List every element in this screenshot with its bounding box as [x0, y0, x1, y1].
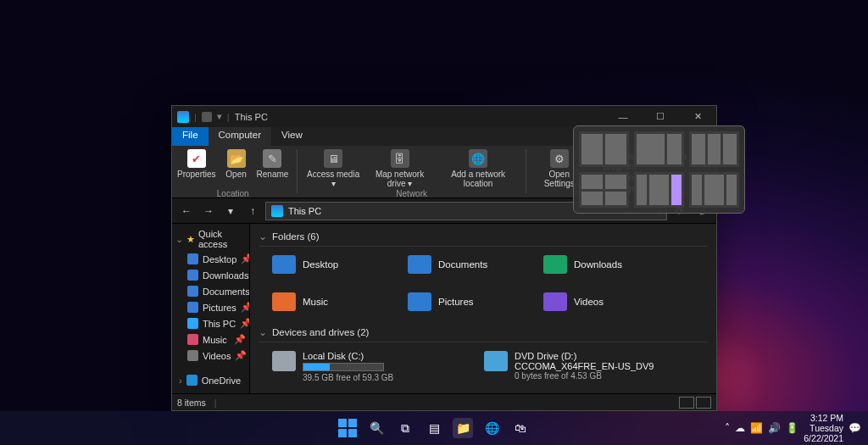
details-view-icon[interactable] [679, 397, 694, 409]
notifications-tray-icon[interactable]: 💬 [849, 422, 861, 434]
window-body: ⌄ ★ Quick access Desktop📌Downloads📌Docum… [172, 224, 716, 393]
search-button[interactable]: 🔍 [366, 418, 387, 438]
drive-sub: 0 bytes free of 4.53 GB [515, 371, 654, 381]
folder-icon [543, 255, 567, 274]
close-button[interactable]: ✕ [679, 106, 716, 127]
view-tab[interactable]: View [271, 127, 313, 146]
taskbar[interactable]: 🔍 ⧉ ▤ 📁 🌐 🛍 ˄ ☁ 📶 🔊 🔋 3:12 PM Tuesday 6/… [0, 411, 868, 445]
folder-label: Videos [574, 297, 604, 307]
drives-head-label: Devices and drives (2) [272, 327, 369, 337]
snap-layouts-flyout[interactable] [573, 125, 745, 214]
pin-icon: 📌 [241, 302, 249, 313]
snap-layout-center-wide[interactable] [634, 172, 684, 208]
add-location-label: Add a network location [439, 170, 517, 188]
star-icon: ★ [186, 234, 195, 245]
large-icons-view-icon[interactable] [696, 397, 711, 409]
drive-1[interactable]: DVD Drive (D:)CCCOMA_X64FRE_EN-US_DV90 b… [484, 351, 679, 382]
drive-label2: CCCOMA_X64FRE_EN-US_DV9 [515, 361, 654, 371]
folder-videos[interactable]: Videos [543, 292, 662, 311]
volume-tray-icon[interactable]: 🔊 [768, 422, 781, 434]
sidebar-item-pictures[interactable]: Pictures📌 [172, 299, 249, 315]
file-tab[interactable]: File [172, 127, 209, 146]
folder-icon [543, 292, 567, 311]
statusbar-separator: | [214, 398, 217, 408]
navigation-pane[interactable]: ⌄ ★ Quick access Desktop📌Downloads📌Docum… [172, 224, 250, 393]
down-arrow-icon[interactable]: ▾ [217, 111, 222, 122]
snap-layout-left-right[interactable] [579, 131, 629, 167]
back-button[interactable]: ← [177, 202, 196, 220]
task-view-button[interactable]: ⧉ [395, 418, 415, 438]
snap-layout-three-columns[interactable] [689, 131, 739, 167]
folder-music[interactable]: Music [272, 292, 391, 311]
content-pane[interactable]: ⌄ Folders (6) DesktopDocumentsDownloadsM… [250, 224, 716, 393]
folder-pictures[interactable]: Pictures [408, 292, 526, 311]
computer-tab[interactable]: Computer [209, 127, 272, 146]
widgets-button[interactable]: ▤ [424, 418, 444, 438]
sidebar-item-desktop[interactable]: Desktop📌 [172, 251, 249, 267]
folders-section-header[interactable]: ⌄ Folders (6) [259, 227, 708, 247]
sidebar-item-documents[interactable]: Documents📌 [172, 283, 249, 299]
folder-label: Documents [438, 259, 487, 270]
system-tray[interactable]: ˄ ☁ 📶 🔊 🔋 3:12 PM Tuesday 6/22/2021 💬 [725, 411, 861, 445]
maximize-button[interactable]: ☐ [642, 106, 679, 127]
this-pc-icon [271, 205, 283, 217]
address-segment[interactable]: This PC [288, 206, 321, 216]
sidebar-item-onedrive[interactable]: › OneDrive [172, 372, 249, 388]
folder-label: Music [303, 297, 328, 307]
snap-layout-quad[interactable] [579, 172, 629, 208]
forward-button[interactable]: → [199, 202, 218, 220]
folder-desktop[interactable]: Desktop [272, 255, 391, 274]
network-tray-icon[interactable]: 📶 [750, 422, 763, 434]
drive-icon [484, 351, 508, 371]
onedrive-tray-icon[interactable]: ☁ [735, 422, 745, 434]
recent-locations-button[interactable]: ▾ [221, 202, 240, 220]
clock-day: Tuesday [804, 423, 843, 433]
drives-section-header[interactable]: ⌄ Devices and drives (2) [259, 323, 708, 342]
ribbon-group-location: ✔ Properties 📂 Open ✎ Rename Location [177, 149, 288, 198]
clock-date: 6/22/2021 [804, 433, 843, 443]
open-button[interactable]: 📂 Open [221, 149, 252, 179]
rename-button[interactable]: ✎ Rename [257, 149, 289, 179]
rename-label: Rename [257, 170, 289, 179]
map-drive-button[interactable]: 🗄 Map network drive ▾ [365, 149, 434, 188]
minimize-button[interactable]: ― [604, 106, 642, 127]
folder-icon [187, 286, 198, 297]
sidebar-item-music[interactable]: Music📌 [172, 331, 249, 348]
sidebar-item-videos[interactable]: Videos📌 [172, 348, 249, 364]
system-menu-icon[interactable] [177, 111, 189, 123]
quick-access-pin-icon[interactable] [202, 112, 212, 122]
access-media-button[interactable]: 🖥 Access media ▾ [306, 149, 360, 188]
properties-button[interactable]: ✔ Properties [177, 149, 216, 179]
battery-tray-icon[interactable]: 🔋 [786, 422, 798, 434]
clock[interactable]: 3:12 PM Tuesday 6/22/2021 [804, 413, 843, 443]
start-button[interactable] [337, 418, 358, 438]
up-button[interactable]: ↑ [243, 202, 262, 220]
titlebar[interactable]: | ▾ | This PC ― ☐ ✕ [172, 106, 716, 127]
drive-0[interactable]: Local Disk (C:)39.5 GB free of 59.3 GB [272, 351, 467, 382]
folder-icon [187, 270, 198, 281]
drive-icon [272, 351, 296, 371]
titlebar-separator-2: | [227, 112, 230, 122]
sidebar-item-downloads[interactable]: Downloads📌 [172, 267, 249, 283]
snap-option-selected[interactable] [671, 175, 682, 205]
store-taskbar-icon[interactable]: 🛍 [510, 418, 531, 438]
snap-layout-two-thirds[interactable] [634, 131, 684, 167]
pin-icon: 📌 [234, 334, 246, 345]
edge-taskbar-icon[interactable]: 🌐 [481, 418, 502, 438]
chevron-right-icon: › [179, 375, 182, 386]
ribbon-caption-network: Network [396, 189, 427, 198]
sidebar-item-this-pc[interactable]: This PC📌 [172, 315, 249, 331]
folder-label: Pictures [438, 297, 474, 307]
drive-sub: 39.5 GB free of 59.3 GB [303, 373, 393, 382]
quick-access-label: Quick access [198, 229, 244, 249]
snap-layout-center-wide-2[interactable] [689, 172, 739, 208]
file-explorer-taskbar-icon[interactable]: 📁 [453, 418, 473, 438]
folder-downloads[interactable]: Downloads [543, 255, 662, 274]
folder-icon [187, 334, 198, 345]
ribbon-divider [297, 149, 298, 193]
tray-overflow-icon[interactable]: ˄ [725, 422, 730, 434]
quick-access-header[interactable]: ⌄ ★ Quick access [172, 224, 249, 251]
folder-documents[interactable]: Documents [408, 255, 526, 274]
add-network-location-button[interactable]: 🌐 Add a network location [439, 149, 517, 188]
open-icon: 📂 [227, 149, 246, 168]
